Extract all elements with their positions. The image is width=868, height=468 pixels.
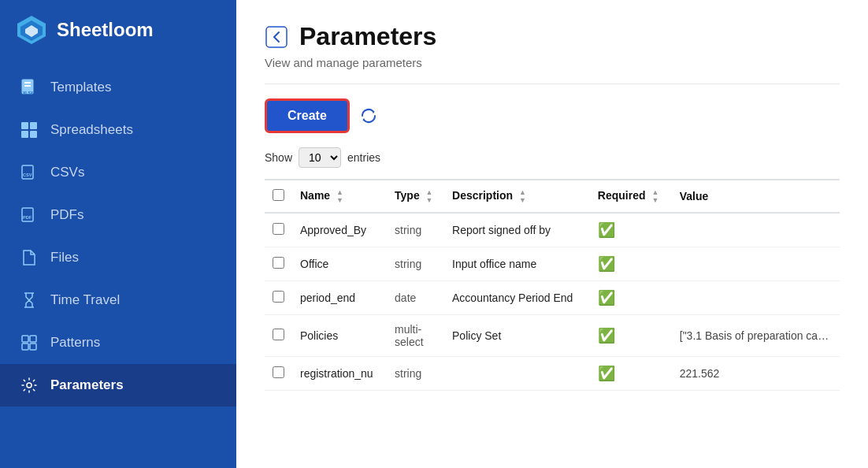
svg-text:CSV: CSV	[23, 173, 32, 177]
table-row: Approved_By string Report signed off by …	[265, 213, 840, 247]
row-value	[672, 281, 840, 315]
row-checkbox-cell	[265, 281, 292, 315]
row-description: Report signed off by	[444, 213, 590, 247]
col-name[interactable]: Name ▲▼	[292, 180, 387, 213]
desc-sort-icon: ▲▼	[519, 188, 526, 204]
row-checkbox-cell	[265, 315, 292, 357]
row-checkbox[interactable]	[273, 291, 284, 303]
row-value: 221.562	[672, 357, 840, 391]
col-required[interactable]: Required ▲▼	[590, 180, 672, 213]
row-required: ✅	[590, 247, 672, 281]
row-checkbox[interactable]	[273, 223, 284, 235]
sidebar-item-templates[interactable]: XLSX Templates	[0, 66, 236, 109]
row-required: ✅	[590, 213, 672, 247]
file-icon	[19, 247, 39, 268]
svg-rect-8	[30, 122, 37, 129]
table-row: Office string Input office name ✅	[265, 247, 840, 281]
col-description[interactable]: Description ▲▼	[444, 180, 590, 213]
show-entries: Show 10 25 50 entries	[265, 147, 840, 168]
sidebar-item-patterns[interactable]: Patterns	[0, 321, 236, 364]
row-type: date	[387, 281, 444, 315]
svg-rect-17	[22, 344, 28, 350]
toolbar: Create	[265, 98, 840, 133]
row-description: Input office name	[444, 247, 590, 281]
row-value	[672, 213, 840, 247]
table-header-row: Name ▲▼ Type ▲▼ Description ▲▼ Required …	[265, 180, 840, 213]
svg-rect-5	[24, 85, 31, 87]
row-required: ✅	[590, 315, 672, 357]
svg-text:PDF: PDF	[23, 215, 32, 220]
sidebar-item-parameters-label: Parameters	[50, 377, 124, 393]
col-checkbox	[265, 180, 292, 213]
xlsx-icon: XLSX	[19, 77, 39, 98]
svg-rect-10	[30, 131, 37, 138]
page-title: Parameters	[299, 22, 436, 51]
sidebar-item-csvs-label: CSVs	[50, 165, 84, 180]
sidebar-item-time-travel-label: Time Travel	[50, 292, 120, 308]
entries-select[interactable]: 10 25 50	[299, 147, 341, 168]
svg-rect-9	[21, 131, 28, 138]
sidebar-item-files[interactable]: Files	[0, 236, 236, 279]
sidebar-item-spreadsheets[interactable]: Spreadsheets	[0, 109, 236, 151]
required-check-icon: ✅	[598, 222, 615, 238]
row-name: Policies	[292, 315, 387, 357]
row-checkbox[interactable]	[273, 366, 284, 378]
sidebar: Sheetloom XLSX Templates	[0, 0, 236, 468]
row-description	[444, 357, 590, 391]
required-check-icon: ✅	[598, 366, 615, 381]
page-header: Parameters	[265, 22, 840, 51]
row-type: string	[387, 213, 444, 247]
hourglass-icon	[19, 290, 39, 310]
row-checkbox-cell	[265, 213, 292, 247]
svg-point-19	[27, 383, 32, 388]
svg-rect-18	[30, 344, 36, 350]
row-value	[672, 247, 840, 281]
row-type: string	[387, 247, 444, 281]
sidebar-item-csvs[interactable]: CSV CSVs	[0, 151, 236, 194]
row-checkbox-cell	[265, 247, 292, 281]
patterns-icon	[19, 332, 39, 353]
main-content: Parameters View and manage parameters Cr…	[236, 0, 868, 468]
svg-rect-4	[24, 82, 31, 84]
table-wrapper: Name ▲▼ Type ▲▼ Description ▲▼ Required …	[265, 179, 840, 446]
refresh-button[interactable]	[359, 106, 378, 125]
type-sort-icon: ▲▼	[426, 188, 433, 204]
entries-label: entries	[347, 151, 380, 164]
row-required: ✅	[590, 281, 672, 315]
row-name: Approved_By	[292, 213, 387, 247]
sidebar-item-time-travel[interactable]: Time Travel	[0, 279, 236, 321]
row-description: Policy Set	[444, 315, 590, 357]
req-sort-icon: ▲▼	[651, 188, 658, 204]
row-name: Office	[292, 247, 387, 281]
grid-icon	[19, 120, 39, 140]
gear-icon	[19, 375, 39, 396]
table-row: period_end date Accountancy Period End ✅	[265, 281, 840, 315]
row-name: period_end	[292, 281, 387, 315]
sidebar-item-pdfs[interactable]: PDF PDFs	[0, 194, 236, 236]
row-type: multi- select	[387, 315, 444, 357]
logo: Sheetloom	[0, 0, 236, 60]
row-checkbox[interactable]	[273, 329, 284, 340]
sidebar-item-parameters[interactable]: Parameters	[0, 364, 236, 407]
svg-rect-7	[21, 122, 28, 129]
pdf-icon: PDF	[19, 205, 39, 225]
sidebar-item-templates-label: Templates	[50, 80, 111, 95]
csv-icon: CSV	[19, 162, 39, 183]
sidebar-item-pdfs-label: PDFs	[50, 207, 84, 223]
app-name: Sheetloom	[57, 19, 154, 41]
svg-rect-16	[30, 336, 36, 342]
row-type: string	[387, 357, 444, 391]
col-type[interactable]: Type ▲▼	[387, 180, 444, 213]
show-label: Show	[265, 151, 292, 164]
row-checkbox[interactable]	[273, 257, 284, 269]
col-value: Value	[672, 180, 840, 213]
name-sort-icon: ▲▼	[336, 188, 343, 204]
row-checkbox-cell	[265, 357, 292, 391]
select-all-checkbox[interactable]	[273, 189, 284, 201]
svg-rect-20	[266, 27, 287, 47]
back-button[interactable]	[265, 25, 288, 49]
sidebar-item-patterns-label: Patterns	[50, 335, 100, 351]
required-check-icon: ✅	[598, 328, 615, 344]
create-button[interactable]: Create	[265, 98, 350, 133]
sidebar-item-files-label: Files	[50, 250, 79, 266]
